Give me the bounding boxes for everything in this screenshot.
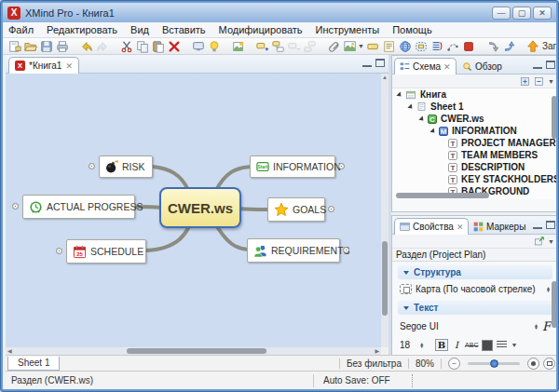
lightbulb-button[interactable] — [208, 39, 221, 54]
menu-view[interactable]: Вид — [130, 24, 149, 35]
minimize-button[interactable]: — — [492, 7, 511, 20]
structure-selector[interactable]: Карта (По часовой стрелке) ▲▼ — [392, 281, 558, 297]
tab-overview[interactable]: Обзор — [457, 58, 507, 74]
section-structure-header[interactable]: Структура — [398, 265, 552, 279]
insert-image-dropdown[interactable]: ▼ — [358, 43, 364, 49]
zoom-out-button[interactable]: − — [448, 358, 460, 370]
tree-item-main-topic[interactable]: M INFORMATION — [392, 125, 558, 137]
text-align-chevron-icon[interactable]: ▼ — [511, 342, 517, 348]
properties-minimize-icon[interactable] — [533, 221, 542, 229]
font-family-selector[interactable]: Segoe UI ▲▼ F — [392, 317, 558, 336]
collapse-handle-information[interactable] — [338, 163, 345, 169]
tab-properties[interactable]: Свойства ✕ — [394, 218, 469, 235]
font-dialog-icon[interactable]: F — [542, 319, 551, 333]
zoom-fit-button[interactable] — [543, 358, 555, 370]
tab-markers[interactable]: Маркеры — [469, 218, 530, 235]
new-sheet-from-topic-button[interactable] — [232, 39, 245, 54]
tab-schema-close-icon[interactable]: ✕ — [443, 62, 451, 72]
properties-menu-chevron-icon[interactable]: ▼ — [548, 238, 554, 245]
zoom-actual-button[interactable] — [527, 358, 539, 370]
upload-button[interactable]: Загрузка — [526, 40, 559, 53]
workbook-tab-close-icon[interactable]: ✕ — [65, 61, 73, 71]
tree-item-sheet[interactable]: Sheet 1 — [392, 101, 558, 113]
outline-vertical-scrollbar[interactable] — [552, 96, 557, 139]
editor-maximize-icon[interactable] — [375, 59, 385, 67]
insert-image-button[interactable] — [344, 39, 357, 54]
save-button[interactable] — [40, 39, 53, 54]
map-canvas[interactable]: RISK Start INFORMATION ACTUAL PROGRESS C… — [6, 74, 381, 347]
collapse-handle-risk[interactable] — [89, 163, 95, 169]
topic-actual-progress[interactable]: ACTUAL PROGRESS — [22, 195, 135, 219]
canvas-vertical-scrollbar[interactable]: ▲ — [381, 74, 389, 347]
expand-all-icon[interactable] — [520, 76, 530, 87]
topic-schedule[interactable]: 25 SCHEDULE — [66, 239, 146, 264]
font-family-spinner[interactable]: ▲▼ — [534, 324, 539, 330]
zoom-level[interactable]: 80% — [416, 358, 434, 369]
tree-item[interactable]: T TEAM MEMBERS — [392, 149, 558, 161]
insert-subtopic-button[interactable] — [272, 39, 285, 54]
menu-tools[interactable]: Инструменты — [316, 24, 380, 35]
collapse-handle-goals[interactable] — [328, 206, 334, 212]
outline-maximize-icon[interactable] — [546, 61, 555, 69]
relationship-button[interactable] — [446, 39, 459, 54]
audio-notes-button[interactable] — [462, 39, 475, 54]
menu-help[interactable]: Помощь — [392, 24, 432, 35]
hyperlink-button[interactable] — [399, 39, 412, 54]
menu-insert[interactable]: Вставить — [162, 24, 206, 35]
menu-modify[interactable]: Модифицировать — [219, 24, 303, 35]
tree-item-workbook[interactable]: Книга — [392, 88, 558, 101]
notes-button[interactable] — [383, 39, 396, 54]
summary-button[interactable] — [430, 39, 443, 54]
maximize-button[interactable]: ▢ — [512, 7, 531, 20]
collapse-handle-schedule[interactable] — [56, 248, 62, 254]
section-text-header[interactable]: Текст — [398, 301, 552, 315]
italic-button[interactable]: I — [452, 340, 461, 350]
font-size-spinner[interactable]: ▲▼ — [419, 343, 424, 348]
central-topic[interactable]: CWER.ws — [159, 187, 241, 228]
tree-item-central-topic[interactable]: C CWER.ws — [392, 113, 558, 125]
collapse-handle-actual-progress[interactable] — [12, 203, 19, 210]
sheet-tab[interactable]: Sheet 1 — [7, 357, 60, 371]
drill-down-button[interactable] — [486, 39, 499, 54]
canvas-horizontal-scrollbar[interactable]: ◀ ▶ — [6, 347, 381, 355]
outline-minimize-icon[interactable] — [533, 61, 542, 69]
delete-button[interactable] — [168, 39, 181, 54]
filter-status[interactable]: Без фильтра — [347, 358, 402, 369]
close-button[interactable]: ✕ — [533, 7, 552, 20]
insert-topic-button[interactable] — [256, 39, 269, 54]
paste-button[interactable] — [152, 39, 165, 54]
properties-vertical-scrollbar[interactable] — [552, 281, 557, 328]
collapse-all-icon[interactable] — [534, 76, 544, 87]
text-align-icon[interactable] — [497, 341, 507, 349]
print-button[interactable] — [56, 39, 69, 54]
topic-goals[interactable]: GOALS — [267, 197, 325, 222]
tree-item[interactable]: T DESCRIPTION — [392, 161, 558, 173]
presentation-button[interactable] — [192, 39, 205, 54]
collapse-handle-requirements[interactable] — [343, 247, 349, 253]
tab-schema[interactable]: Схема ✕ — [394, 58, 457, 74]
drill-up-button[interactable] — [502, 39, 515, 54]
cut-button[interactable] — [120, 39, 133, 54]
attachment-button[interactable] — [328, 39, 341, 54]
menu-file[interactable]: Файл — [8, 24, 34, 35]
text-color-swatch[interactable] — [482, 340, 493, 351]
menu-edit[interactable]: Редактировать — [47, 24, 117, 35]
outline-menu-chevron-icon[interactable]: ▼ — [548, 78, 554, 85]
outline-horizontal-scrollbar[interactable] — [396, 193, 489, 198]
strikethrough-button[interactable]: ABC — [465, 342, 478, 348]
tree-item[interactable]: T KEY STACKHOLDERS — [392, 173, 558, 185]
editor-minimize-icon[interactable] — [362, 59, 372, 67]
open-in-dialog-icon[interactable] — [534, 237, 544, 247]
bold-button[interactable]: B — [435, 339, 448, 351]
properties-maximize-icon[interactable] — [546, 221, 555, 229]
topic-risk[interactable]: RISK — [99, 155, 153, 178]
topic-requirements[interactable]: REQUIREMENTS — [247, 238, 340, 263]
boundary-button[interactable] — [415, 39, 428, 54]
open-button[interactable] — [24, 39, 37, 54]
tree-item[interactable]: T PROJECT MANAGER — [392, 137, 558, 149]
insert-topic-before-button[interactable] — [288, 39, 301, 54]
label-button[interactable] — [367, 39, 380, 54]
tab-properties-close-icon[interactable]: ✕ — [457, 223, 464, 232]
redo-button[interactable] — [96, 39, 109, 54]
structure-spinner[interactable]: ▲▼ — [546, 287, 551, 292]
